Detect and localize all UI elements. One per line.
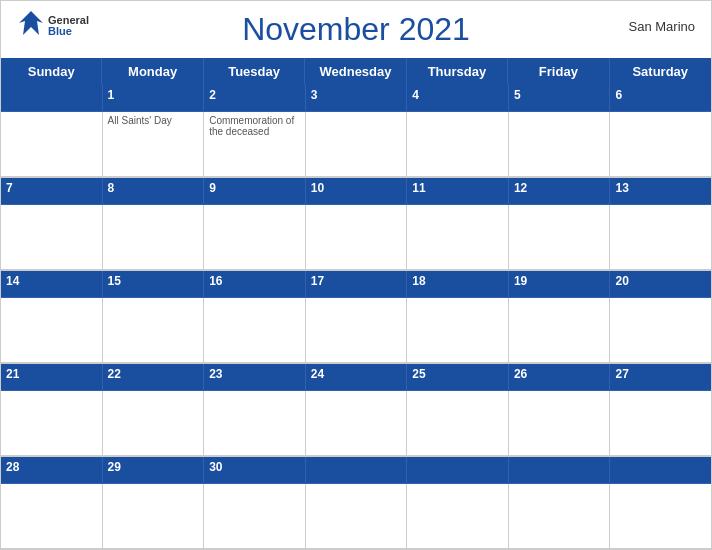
w1d3-content — [306, 112, 408, 176]
w2d3-content — [306, 205, 408, 269]
w1d2-num: 2 — [204, 85, 306, 111]
w3d6-content — [610, 298, 711, 362]
w5d0-num: 28 — [1, 457, 103, 483]
calendar-body: 1 2 3 4 5 6 All Saints' Day Commemoratio… — [1, 85, 711, 549]
week-row-2: 7 8 9 10 11 12 13 — [1, 178, 711, 271]
w2d5-num: 12 — [509, 178, 611, 204]
w5d6-content — [610, 484, 711, 548]
w5d2-content — [204, 484, 306, 548]
w4d6-num: 27 — [610, 364, 711, 390]
w2d4-content — [407, 205, 509, 269]
w2d6-num: 13 — [610, 178, 711, 204]
header-monday: Monday — [102, 58, 203, 85]
w1d5-num: 5 — [509, 85, 611, 111]
week2-content-row — [1, 205, 711, 270]
week5-number-row: 28 29 30 — [1, 457, 711, 484]
week-row-3: 14 15 16 17 18 19 20 — [1, 271, 711, 364]
header-sunday: Sunday — [1, 58, 102, 85]
day-headers-row: Sunday Monday Tuesday Wednesday Thursday… — [1, 58, 711, 85]
w5d1-content — [103, 484, 205, 548]
svg-marker-0 — [19, 11, 43, 35]
w2d0-content — [1, 205, 103, 269]
w2d6-content — [610, 205, 711, 269]
w3d2-num: 16 — [204, 271, 306, 297]
week2-number-row: 7 8 9 10 11 12 13 — [1, 178, 711, 205]
w4d1-num: 22 — [103, 364, 205, 390]
country-label: San Marino — [629, 19, 695, 34]
w3d2-content — [204, 298, 306, 362]
w3d0-num: 14 — [1, 271, 103, 297]
w1d6-content — [610, 112, 711, 176]
week5-content-row — [1, 484, 711, 549]
logo-bird-icon — [17, 9, 45, 42]
week1-content-row: All Saints' Day Commemoration of the dec… — [1, 112, 711, 177]
logo-general: General — [48, 15, 89, 26]
w3d3-num: 17 — [306, 271, 408, 297]
logo: General Blue — [17, 9, 89, 42]
w3d6-num: 20 — [610, 271, 711, 297]
w4d0-num: 21 — [1, 364, 103, 390]
header-saturday: Saturday — [610, 58, 711, 85]
week4-content-row — [1, 391, 711, 456]
week3-number-row: 14 15 16 17 18 19 20 — [1, 271, 711, 298]
header-wednesday: Wednesday — [305, 58, 406, 85]
logo-blue: Blue — [48, 26, 89, 37]
w2d2-content — [204, 205, 306, 269]
w1d2-content: Commemoration of the deceased — [204, 112, 306, 176]
header-tuesday: Tuesday — [204, 58, 305, 85]
w1d1-num: 1 — [103, 85, 205, 111]
w3d0-content — [1, 298, 103, 362]
w4d5-content — [509, 391, 611, 455]
w1d0-num — [1, 85, 103, 111]
week-row-4: 21 22 23 24 25 26 27 — [1, 364, 711, 457]
week4-number-row: 21 22 23 24 25 26 27 — [1, 364, 711, 391]
w3d5-num: 19 — [509, 271, 611, 297]
w4d4-num: 25 — [407, 364, 509, 390]
w5d4-num — [407, 457, 509, 483]
w3d1-num: 15 — [103, 271, 205, 297]
w1d0-content — [1, 112, 103, 176]
w2d1-content — [103, 205, 205, 269]
w5d3-num — [306, 457, 408, 483]
w4d4-content — [407, 391, 509, 455]
w4d0-content — [1, 391, 103, 455]
w1d3-num: 3 — [306, 85, 408, 111]
w3d4-content — [407, 298, 509, 362]
w4d2-content — [204, 391, 306, 455]
w2d3-num: 10 — [306, 178, 408, 204]
w4d5-num: 26 — [509, 364, 611, 390]
w5d4-content — [407, 484, 509, 548]
w4d3-content — [306, 391, 408, 455]
w3d5-content — [509, 298, 611, 362]
w4d6-content — [610, 391, 711, 455]
w2d4-num: 11 — [407, 178, 509, 204]
week3-content-row — [1, 298, 711, 363]
w5d5-content — [509, 484, 611, 548]
header-thursday: Thursday — [407, 58, 508, 85]
logo-text: General Blue — [48, 15, 89, 37]
calendar: General Blue November 2021 San Marino Su… — [0, 0, 712, 550]
calendar-header: General Blue November 2021 San Marino — [1, 1, 711, 58]
w1d1-content: All Saints' Day — [103, 112, 205, 176]
w1d5-content — [509, 112, 611, 176]
w5d6-num — [610, 457, 711, 483]
w2d1-num: 8 — [103, 178, 205, 204]
w5d2-num: 30 — [204, 457, 306, 483]
month-title: November 2021 — [242, 11, 470, 48]
w4d1-content — [103, 391, 205, 455]
w5d0-content — [1, 484, 103, 548]
w4d3-num: 24 — [306, 364, 408, 390]
w2d2-num: 9 — [204, 178, 306, 204]
week-row-1: 1 2 3 4 5 6 All Saints' Day Commemoratio… — [1, 85, 711, 178]
w2d5-content — [509, 205, 611, 269]
w5d1-num: 29 — [103, 457, 205, 483]
w3d1-content — [103, 298, 205, 362]
w1d6-num: 6 — [610, 85, 711, 111]
header-friday: Friday — [508, 58, 609, 85]
w5d5-num — [509, 457, 611, 483]
w2d0-num: 7 — [1, 178, 103, 204]
w1d4-num: 4 — [407, 85, 509, 111]
week1-number-row: 1 2 3 4 5 6 — [1, 85, 711, 112]
w4d2-num: 23 — [204, 364, 306, 390]
w1d4-content — [407, 112, 509, 176]
